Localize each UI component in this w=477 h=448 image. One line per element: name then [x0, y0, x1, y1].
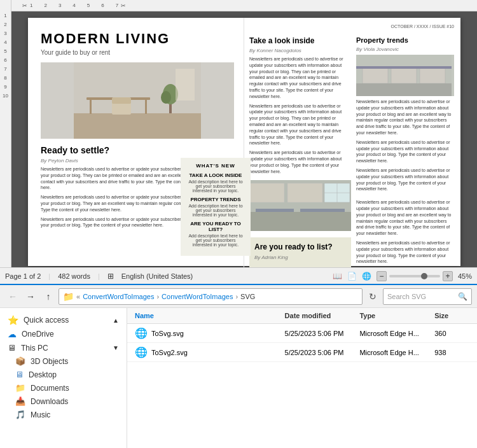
room-image [41, 62, 234, 139]
print-layout-icon[interactable]: 📄 [347, 272, 357, 281]
are-you-ready-box: Are you ready to list? By Adrian King [249, 237, 351, 267]
svg-rect-16 [287, 183, 322, 202]
svg-rect-3 [90, 100, 92, 114]
take-look-title: Take a look inside [249, 36, 351, 45]
refresh-button[interactable]: ↻ [365, 289, 380, 304]
word-count: 482 words [58, 272, 90, 280]
addr-sep-2: › [156, 293, 159, 300]
sidebar-item-quick-access[interactable]: ⭐ Quick access ▲ [0, 313, 127, 327]
property-trends-body2: Newsletters are periodicals used to adve… [356, 139, 454, 164]
sidebar-item-onedrive[interactable]: ☁ OneDrive [0, 327, 127, 341]
file-list: Name Date modified Type Size 🌐 ToSvg.svg… [127, 308, 477, 448]
file-size-2: 938 [432, 347, 472, 358]
whats-new-item-3-body: Add description text here to get your su… [186, 234, 245, 247]
whats-new-item-1-title: TAKE A LOOK INSIDE [186, 172, 245, 178]
svg-rect-9 [112, 97, 131, 104]
are-you-ready-body2: Newsletters are periodicals used to adve… [356, 240, 454, 265]
downloads-icon: 📥 [15, 396, 25, 406]
left-section-title: Ready to settle? [41, 145, 234, 155]
sidebar-item-3d-objects[interactable]: 📦 3D Objects [0, 354, 127, 368]
addr-part-2[interactable]: ConvertWordToImages [162, 293, 233, 300]
language: English (United States) [121, 272, 193, 280]
document-area: ✂ 1234567 ✂ 1 2 3 4 5 6 7 8 9 10 MODERN … [0, 0, 477, 267]
svg-point-7 [161, 91, 171, 104]
addr-sep-1: « [76, 293, 80, 300]
col-header-type[interactable]: Type [357, 311, 432, 321]
sidebar-item-desktop[interactable]: 🖥 Desktop [0, 368, 127, 381]
file-row-1[interactable]: 🌐 ToSvg.svg 5/25/2023 5:06 PM Microsoft … [127, 324, 477, 343]
status-right: 📖 📄 🌐 − + 45% [333, 271, 472, 281]
sidebar-label-this-pc: This PC [21, 344, 48, 353]
desktop-icon: 🖥 [15, 370, 24, 379]
file-date-1: 5/25/2023 5:06 PM [282, 328, 357, 339]
up-button[interactable]: ↑ [41, 289, 56, 304]
whats-new-overlay: WHAT'S NEW TAKE A LOOK INSIDE Add descri… [181, 158, 251, 256]
onedrive-icon: ☁ [8, 329, 17, 339]
file-manager: ← → ↑ 📁 « ConvertWordToImages › ConvertW… [0, 284, 477, 448]
col-header-date[interactable]: Date modified [282, 311, 357, 321]
search-box[interactable]: Search SVG 🔍 [383, 288, 472, 305]
property-trends-section: Property trends By Viola Jovanovic [356, 36, 454, 195]
sidebar-label-onedrive: OneDrive [22, 330, 54, 339]
svg-rect-23 [391, 67, 417, 83]
sidebar-item-music[interactable]: 🎵 Music [0, 408, 127, 421]
svg-rect-12 [249, 212, 351, 231]
are-you-ready-title: Are you ready to list? [254, 242, 346, 251]
document-page: MODERN LIVING Your guide to buy or rent [28, 18, 460, 266]
file-type-1: Microsoft Edge H... [357, 328, 432, 339]
col-header-name[interactable]: Name [132, 311, 282, 321]
file-name-text-2: ToSvg2.svg [151, 349, 188, 356]
word-count-text: 482 words [58, 272, 90, 280]
3d-objects-icon: 📦 [15, 356, 25, 366]
property-image [356, 55, 454, 96]
addr-part-1[interactable]: ConvertWordToImages [83, 293, 154, 300]
file-row-2[interactable]: 🌐 ToSvg2.svg 5/25/2023 5:06 PM Microsoft… [127, 343, 477, 362]
this-pc-icon: 🖥 [8, 343, 16, 353]
back-button[interactable]: ← [5, 289, 20, 304]
file-name-2: 🌐 ToSvg2.svg [132, 345, 282, 360]
whats-new-item-3: ARE YOU READY TO LIST? Add description t… [186, 221, 245, 247]
addr-sep-3: › [235, 293, 238, 300]
web-layout-icon[interactable]: 🌐 [362, 272, 371, 281]
svg-rect-10 [176, 69, 195, 101]
right-grid: Take a look inside By Konner Nacogdolos … [249, 36, 454, 267]
language-text: English (United States) [121, 272, 193, 280]
read-mode-icon[interactable]: 📖 [333, 272, 342, 281]
property-trends-byline: By Viola Jovanovic [356, 46, 454, 52]
kitchen-image [249, 180, 351, 231]
take-look-body1: Newsletters are periodicals used to adve… [249, 56, 351, 100]
date-issue: OCTOBER / XXXX / ISSUE #10 [249, 24, 454, 29]
sidebar-item-documents[interactable]: 📁 Documents [0, 381, 127, 395]
whats-new-item-3-title: ARE YOU READY TO LIST? [186, 221, 245, 232]
zoom-out-button[interactable]: − [377, 271, 387, 281]
sidebar-label-downloads: Downloads [31, 397, 68, 406]
fileman-body: ⭐ Quick access ▲ ☁ OneDrive 🖥 This PC ▼ … [0, 308, 477, 448]
fileman-toolbar: ← → ↑ 📁 « ConvertWordToImages › ConvertW… [0, 285, 477, 308]
svg-rect-21 [356, 83, 452, 96]
zoom-controls: − + [377, 271, 453, 281]
address-bar[interactable]: 📁 « ConvertWordToImages › ConvertWordToI… [59, 288, 363, 305]
zoom-slider[interactable] [389, 275, 440, 277]
sidebar-item-downloads[interactable]: 📥 Downloads [0, 395, 127, 408]
property-trends-body3: Newsletters are periodicals used to adve… [356, 167, 454, 192]
file-size-1: 360 [432, 328, 472, 339]
are-you-ready-text: Newsletters are periodicals used to adve… [356, 199, 454, 267]
search-placeholder: Search SVG [387, 293, 455, 300]
property-trends-title: Property trends [356, 36, 454, 44]
document-scroll[interactable]: MODERN LIVING Your guide to buy or rent [11, 11, 477, 267]
expand-icon-quick-access: ▲ [113, 317, 119, 324]
sidebar-label-desktop: Desktop [29, 370, 57, 379]
quick-access-icon: ⭐ [8, 315, 18, 325]
take-look-body2: Newsletters are periodicals use to adver… [249, 103, 351, 147]
col-header-size[interactable]: Size [432, 311, 472, 321]
zoom-in-button[interactable]: + [443, 271, 453, 281]
whats-new-item-2: PROPERTY TRENDS Add description text her… [186, 197, 245, 217]
svg-rect-14 [300, 209, 345, 212]
forward-button[interactable]: → [23, 289, 38, 304]
page-info-text: Page 1 of 2 [5, 272, 41, 280]
whats-new-item-1-body: Add description text here to get your su… [186, 179, 245, 193]
search-icon: 🔍 [458, 292, 467, 301]
ruler-left: 1 2 3 4 5 6 7 8 9 10 [0, 0, 11, 267]
sidebar-item-this-pc[interactable]: 🖥 This PC ▼ [0, 341, 127, 354]
sidebar-label-3d-objects: 3D Objects [31, 357, 68, 366]
